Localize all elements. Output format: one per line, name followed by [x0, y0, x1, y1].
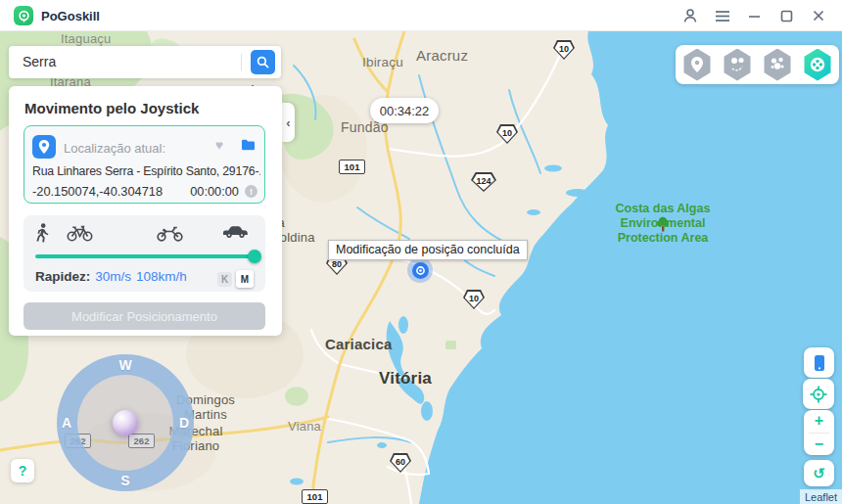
multi-spot-mode-button[interactable]: [763, 49, 792, 81]
movement-joystick[interactable]: W A D S: [57, 354, 194, 491]
hamburger-icon: [715, 10, 730, 23]
crosshair-icon: [810, 386, 827, 403]
route-icon: [729, 57, 745, 72]
joystick-key-a[interactable]: A: [62, 415, 71, 431]
position-changed-tooltip: Modificação de posição concluída: [328, 240, 528, 260]
menu-button[interactable]: [713, 7, 732, 24]
reset-button[interactable]: ↺: [804, 460, 834, 486]
maximize-button[interactable]: [776, 7, 796, 24]
joystick-handle[interactable]: [113, 410, 138, 435]
bicycle-speed-icon[interactable]: [67, 223, 93, 242]
reset-icon: ↺: [813, 465, 825, 482]
phone-icon: [812, 354, 827, 372]
maximize-icon: [780, 10, 793, 23]
shield-text: 101: [307, 491, 323, 502]
search-input[interactable]: [23, 52, 233, 71]
pin-icon: [690, 57, 704, 72]
device-button[interactable]: [804, 347, 834, 378]
motorcycle-speed-icon[interactable]: [157, 223, 183, 242]
close-button[interactable]: [809, 7, 828, 24]
current-address: Rua Linhares Serra - Espírito Santo, 291…: [32, 164, 260, 178]
leaflet-attribution[interactable]: Leaflet: [800, 489, 842, 504]
multi-pin-icon: [770, 57, 785, 72]
search-button[interactable]: [251, 50, 275, 74]
map-label-viana: Viana: [288, 420, 321, 435]
close-icon: [813, 10, 824, 22]
app-logo: [14, 6, 33, 25]
folder-icon[interactable]: [241, 139, 256, 151]
app-window: Itaguaçu Itarana Ibiraçu Aracruz Fundão …: [0, 0, 842, 504]
shield-text: 80: [332, 259, 342, 269]
locate-button[interactable]: [803, 379, 834, 409]
map-label-protected-area: Costa das Algas Environmental Protection…: [603, 202, 723, 246]
movement-timer: 00:34:22: [370, 98, 439, 123]
location-label: Localização atual:: [64, 141, 165, 156]
speed-ms-value: 30m/s: [95, 269, 131, 284]
minimize-icon: [748, 10, 761, 23]
panel-title: Movimento pelo Joystick: [24, 100, 199, 116]
mode-switcher: [676, 45, 839, 84]
search-box: [9, 46, 281, 78]
current-location-card: Localização atual: ♥ Rua Linhares Serra …: [23, 125, 265, 204]
shield-text: 60: [396, 457, 405, 467]
map-label-aracruz: Aracruz: [416, 47, 468, 64]
info-icon[interactable]: !: [245, 185, 257, 198]
joystick-movement-panel: Movimento pelo Joystick Localização atua…: [9, 86, 282, 336]
joystick-key-d[interactable]: D: [179, 415, 189, 431]
favorite-heart-icon[interactable]: ♥: [215, 137, 223, 153]
shield-text: 10: [469, 294, 479, 303]
road-shield-101: 101: [339, 160, 365, 174]
elapsed-time: 00:00:00: [190, 184, 239, 199]
joystick-key-s[interactable]: S: [120, 473, 129, 488]
speed-label: Rapidez:: [35, 269, 90, 284]
joystick-icon: [810, 57, 825, 72]
map-label-vitoria: Vitória: [379, 369, 432, 389]
current-coordinates: -20.150074,-40.304718: [32, 184, 163, 199]
speed-slider-track[interactable]: [35, 254, 255, 258]
map-label-itaguacu: Itaguaçu: [61, 32, 111, 47]
two-spot-mode-button[interactable]: [723, 49, 752, 81]
shield-text: 124: [476, 176, 491, 186]
current-position-marker[interactable]: [407, 257, 433, 283]
modify-position-button[interactable]: Modificar Posicionamento: [23, 302, 265, 330]
title-bar: PoGoskill: [0, 0, 842, 31]
unit-mi-toggle[interactable]: M: [236, 270, 254, 288]
road-shield-101: 101: [302, 489, 328, 504]
panel-collapse-button[interactable]: ‹: [282, 103, 295, 142]
shield-text: 10: [502, 128, 512, 138]
divider: [241, 54, 242, 70]
zoom-in-button[interactable]: +: [804, 410, 834, 433]
app-title: PoGoskill: [41, 9, 100, 23]
chevron-left-icon: ‹: [286, 115, 290, 130]
speed-settings-card: Rapidez: 30m/s 108km/h K M: [23, 215, 265, 292]
speed-slider-handle[interactable]: [248, 250, 261, 263]
joystick-mode-button[interactable]: [803, 49, 832, 81]
walking-speed-icon[interactable]: [35, 223, 50, 244]
help-button[interactable]: ?: [11, 459, 34, 482]
shield-text: 10: [559, 44, 569, 54]
map-label-ibiracu: Ibiraçu: [362, 55, 403, 70]
map-label-cariacica: Cariacica: [325, 336, 393, 352]
pin-icon: [37, 139, 51, 155]
location-pin-badge: [32, 135, 56, 159]
question-icon: ?: [19, 463, 27, 479]
speed-readout: Rapidez: 30m/s 108km/h: [35, 269, 187, 284]
zoom-out-button[interactable]: −: [804, 434, 834, 456]
car-speed-icon[interactable]: [221, 223, 250, 240]
user-icon: [682, 8, 698, 23]
teleport-mode-button[interactable]: [682, 49, 712, 81]
unit-km-toggle[interactable]: K: [217, 272, 232, 287]
logo-pin-icon: [18, 10, 30, 23]
speed-kmh-value: 108km/h: [136, 269, 187, 284]
position-marker-icon: [412, 262, 429, 279]
shield-text: 101: [345, 161, 360, 172]
joystick-key-w[interactable]: W: [118, 357, 131, 373]
zoom-control: + −: [804, 410, 834, 455]
minimize-button[interactable]: [744, 7, 764, 24]
search-icon: [257, 56, 269, 69]
account-button[interactable]: [680, 7, 700, 24]
